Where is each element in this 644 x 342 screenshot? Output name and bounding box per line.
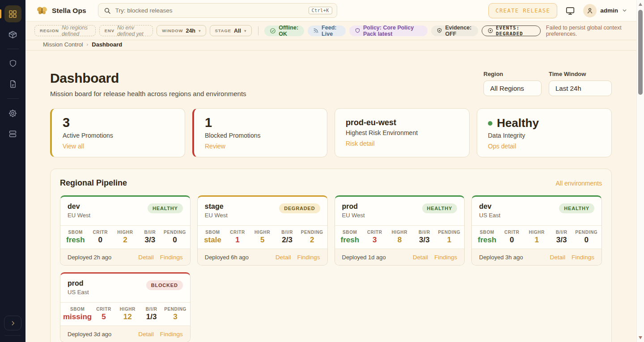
breadcrumb-mission-control[interactable]: Mission Control <box>43 41 83 48</box>
sidebar-item-releases[interactable] <box>4 26 21 43</box>
shield-x-icon <box>436 28 442 34</box>
region-filter[interactable]: REGION No regions defined <box>34 25 96 36</box>
stage-filter-label: STAGE <box>215 28 232 33</box>
risk-detail-link[interactable]: Risk detail <box>346 140 375 147</box>
environment-name: dev <box>68 203 90 211</box>
highr-value: 2 <box>113 236 138 245</box>
ops-detail-link[interactable]: Ops detail <box>488 143 516 150</box>
findings-link[interactable]: Findings <box>160 331 183 338</box>
regional-pipeline-panel: Regional Pipeline All environments dev E… <box>50 169 612 342</box>
detail-link[interactable]: Detail <box>413 254 428 261</box>
shield-icon <box>355 28 360 34</box>
deployed-timestamp: Deployed 1d ago <box>342 254 386 261</box>
scrollbar-down-arrow[interactable] <box>639 336 642 339</box>
brand: Stella Ops <box>36 5 86 16</box>
chevron-down-icon <box>622 8 627 13</box>
scrollbar-up-arrow[interactable] <box>639 3 642 6</box>
chevron-down-icon: ▾ <box>244 29 246 33</box>
create-release-button[interactable]: CREATE RELEASE <box>488 3 557 18</box>
all-environments-link[interactable]: All environments <box>556 180 602 187</box>
findings-link[interactable]: Findings <box>434 254 457 261</box>
critr-value: 1 <box>225 236 250 245</box>
time-window-select[interactable]: Last 24h <box>549 80 612 96</box>
stat-label: PENDING <box>163 307 187 312</box>
settings-gear-icon <box>8 109 17 118</box>
stat-label: CRITR <box>92 307 115 312</box>
feed-status-pill[interactable]: Feed: Live <box>308 25 346 36</box>
time-window-select-label: Time Window <box>549 71 612 77</box>
stage-filter[interactable]: STAGE All ▾ <box>210 25 252 36</box>
regional-pipeline-title: Regional Pipeline <box>60 178 127 188</box>
stat-label: CRITR <box>88 230 113 235</box>
deployed-timestamp: Deployed 6h ago <box>205 254 249 261</box>
findings-link[interactable]: Findings <box>160 254 183 261</box>
global-search[interactable]: Ctrl+K <box>98 3 337 18</box>
document-icon <box>8 80 17 89</box>
findings-link[interactable]: Findings <box>572 254 594 261</box>
policy-status-pill[interactable]: Policy: Core Policy Pack latest <box>349 25 428 36</box>
evidence-status-pill[interactable]: Evidence: OFF <box>431 25 478 36</box>
sidebar-item-dashboard[interactable] <box>4 5 21 22</box>
scrollbar-thumb[interactable] <box>638 10 643 95</box>
critr-value: 0 <box>88 236 113 245</box>
blocked-promotions-label: Blocked Promotions <box>205 132 318 139</box>
user-menu[interactable]: admin <box>583 4 627 17</box>
evidence-status-text: Evidence: OFF <box>445 25 472 37</box>
pending-value: 2 <box>300 236 325 245</box>
search-input[interactable] <box>115 7 304 14</box>
review-link[interactable]: Review <box>205 143 225 150</box>
sbom-value: fresh <box>63 236 88 245</box>
sidebar-item-settings[interactable] <box>4 105 21 122</box>
chevron-right-icon <box>10 320 16 326</box>
sidebar <box>0 0 25 342</box>
detail-link[interactable]: Detail <box>275 254 291 261</box>
sbom-value: fresh <box>475 236 500 245</box>
search-shortcut-badge: Ctrl+K <box>309 7 332 14</box>
sidebar-item-security[interactable] <box>4 55 21 72</box>
environment-name: stage <box>205 203 228 211</box>
stat-label: SBOM <box>63 230 88 235</box>
app-title: Stella Ops <box>52 7 86 15</box>
pending-value: 0 <box>574 236 599 245</box>
avatar <box>583 4 597 17</box>
detail-link[interactable]: Detail <box>138 331 154 338</box>
stat-label: PENDING <box>574 230 599 235</box>
environment-region: EU West <box>342 212 365 219</box>
display-icon[interactable] <box>565 6 575 16</box>
rss-icon <box>313 28 319 34</box>
findings-link[interactable]: Findings <box>297 254 320 261</box>
sidebar-item-documents[interactable] <box>4 76 21 93</box>
stat-label: B/I/R <box>275 230 300 235</box>
environment-card: prod US East BLOCKED SBOM missing CR <box>60 272 191 342</box>
detail-link[interactable]: Detail <box>550 254 565 261</box>
detail-link[interactable]: Detail <box>138 254 154 261</box>
offline-status-pill[interactable]: Offline: OK <box>264 25 304 36</box>
stat-label: HIGHR <box>113 230 138 235</box>
blocked-promotions-value: 1 <box>205 115 318 130</box>
bir-value: 2/3 <box>275 236 300 245</box>
sidebar-item-infrastructure[interactable] <box>4 125 21 142</box>
sbom-value: stale <box>200 236 225 245</box>
dashboard-grid-icon <box>8 9 17 19</box>
stat-label: HIGHR <box>387 230 412 235</box>
sbom-value: fresh <box>338 236 363 245</box>
view-all-link[interactable]: View all <box>63 143 84 150</box>
region-select[interactable]: All Regions <box>483 80 542 96</box>
status-badge: BLOCKED <box>146 280 183 290</box>
window-filter[interactable]: WINDOW 24h ▾ <box>157 25 206 36</box>
sidebar-expand-button[interactable] <box>4 316 21 330</box>
stat-label: CRITR <box>500 230 525 235</box>
bir-value: 3/3 <box>549 236 574 245</box>
window-filter-value: 24h <box>186 28 195 34</box>
environment-stats: SBOM fresh CRITR 3 HIGHR 8 <box>335 225 465 249</box>
events-status-pill[interactable]: EVENTS: DEGRADED <box>482 25 541 36</box>
stat-label: SBOM <box>63 307 92 312</box>
summary-cards: 3 Active Promotions View all 1 Blocked P… <box>50 108 612 157</box>
sbom-value: missing <box>63 312 92 321</box>
active-promotions-value: 3 <box>63 115 176 130</box>
env-filter[interactable]: ENV No env defined yet <box>99 25 153 36</box>
region-filter-label: REGION <box>40 28 59 33</box>
sidebar-divider <box>7 98 19 99</box>
divider <box>258 26 258 35</box>
stat-label: CRITR <box>362 230 387 235</box>
